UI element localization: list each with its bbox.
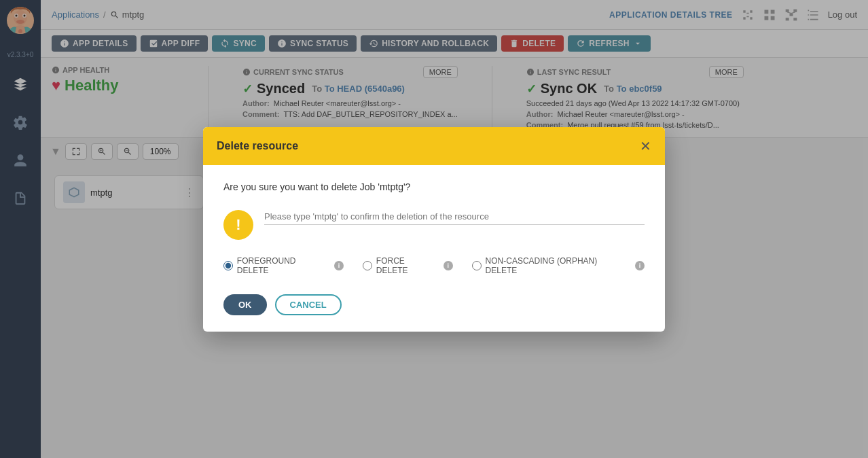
force-delete-option[interactable]: FORCE DELETE i (363, 256, 453, 275)
force-info-icon[interactable]: i (444, 261, 453, 270)
modal-header: Delete resource ✕ (203, 127, 665, 165)
foreground-info-icon[interactable]: i (334, 261, 344, 270)
modal-title: Delete resource (217, 140, 298, 152)
confirm-text-input[interactable] (264, 209, 645, 225)
foreground-delete-radio[interactable] (223, 261, 233, 270)
warning-icon: ! (223, 210, 253, 240)
exclamation-mark: ! (236, 216, 240, 234)
modal-question: Are you sure you want to delete Job 'mtp… (223, 181, 645, 192)
cancel-button[interactable]: CANCEL (275, 294, 342, 315)
modal-overlay: Delete resource ✕ Are you sure you want … (0, 0, 868, 458)
foreground-delete-option[interactable]: FOREGROUND DELETE i (223, 256, 344, 275)
non-cascading-delete-radio[interactable] (472, 261, 482, 270)
modal-body: Are you sure you want to delete Job 'mtp… (203, 165, 665, 332)
non-cascading-info-icon[interactable]: i (635, 261, 645, 270)
confirm-input-group (264, 209, 645, 225)
modal-confirm-row: ! (223, 209, 645, 240)
ok-button[interactable]: OK (223, 294, 267, 315)
force-delete-radio[interactable] (363, 261, 372, 270)
modal-close-button[interactable]: ✕ (640, 139, 651, 153)
modal-footer: OK CANCEL (223, 294, 645, 315)
delete-resource-modal: Delete resource ✕ Are you sure you want … (203, 127, 665, 332)
non-cascading-delete-option[interactable]: NON-CASCADING (ORPHAN) DELETE i (472, 256, 645, 275)
modal-options: FOREGROUND DELETE i FORCE DELETE i NON-C… (223, 256, 645, 275)
